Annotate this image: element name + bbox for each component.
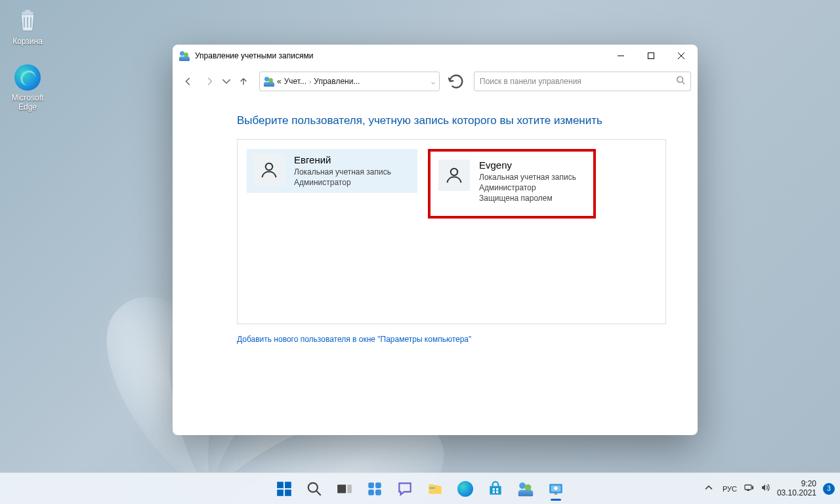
- refresh-button[interactable]: [446, 72, 466, 91]
- svg-point-5: [677, 77, 683, 83]
- taskbar-taskview[interactable]: [331, 476, 358, 502]
- close-button[interactable]: [666, 45, 696, 67]
- search-icon: [676, 75, 685, 87]
- start-button[interactable]: [271, 476, 297, 502]
- svg-rect-20: [375, 490, 381, 495]
- address-bar[interactable]: « Учет... › Управлени... ⌵: [259, 72, 440, 91]
- recent-dropdown[interactable]: [221, 72, 232, 91]
- recycle-bin-icon: [13, 5, 42, 34]
- minimize-button[interactable]: [606, 45, 636, 67]
- svg-point-13: [308, 482, 318, 492]
- taskbar-widgets[interactable]: [362, 476, 388, 502]
- avatar-icon: [438, 159, 470, 191]
- add-user-link[interactable]: Добавить нового пользователя в окне "Пар…: [237, 335, 471, 344]
- svg-rect-19: [368, 490, 374, 495]
- search-icon: [306, 480, 323, 497]
- content-area: Выберите пользователя, учетную запись ко…: [173, 96, 698, 435]
- user-meta: Администратор: [294, 177, 391, 188]
- network-icon: [744, 482, 754, 495]
- widgets-icon: [366, 480, 383, 497]
- svg-rect-0: [25, 10, 30, 12]
- breadcrumb-part[interactable]: Управлени...: [314, 77, 360, 86]
- svg-rect-9: [277, 482, 284, 488]
- desktop-icon-edge[interactable]: Microsoft Edge: [3, 64, 52, 112]
- svg-line-14: [316, 491, 321, 495]
- taskbar-control-panel[interactable]: [543, 476, 569, 502]
- svg-rect-2: [648, 53, 654, 59]
- svg-rect-11: [277, 490, 284, 496]
- forward-button[interactable]: [200, 72, 219, 91]
- user-meta: Защищена паролем: [479, 193, 576, 203]
- svg-rect-15: [337, 484, 346, 493]
- svg-rect-18: [375, 482, 381, 488]
- user-card[interactable]: Evgeny Локальная учетная запись Админист…: [428, 149, 596, 219]
- svg-rect-16: [347, 484, 352, 493]
- folder-icon: [427, 480, 444, 497]
- svg-rect-25: [496, 491, 498, 493]
- taskbar: РУС 9:20 03.10.2021 3: [0, 472, 840, 504]
- svg-point-7: [266, 163, 273, 171]
- taskbar-search[interactable]: [301, 476, 327, 502]
- svg-rect-29: [555, 493, 557, 494]
- taskbar-edge[interactable]: [452, 476, 478, 502]
- svg-rect-30: [745, 485, 751, 490]
- edge-icon: [14, 64, 41, 91]
- maximize-button[interactable]: [636, 45, 666, 67]
- navbar: « Учет... › Управлени... ⌵: [173, 67, 698, 96]
- chat-icon: [396, 480, 413, 497]
- language-indicator[interactable]: РУС: [723, 485, 737, 493]
- windows-icon: [276, 480, 293, 497]
- up-button[interactable]: [234, 72, 253, 91]
- taskbar-explorer[interactable]: [422, 476, 448, 502]
- desktop-icon-recycle-bin[interactable]: Корзина: [3, 5, 52, 46]
- taskview-icon: [336, 480, 353, 497]
- tray-status-icons[interactable]: [744, 482, 770, 495]
- svg-rect-23: [496, 488, 498, 490]
- titlebar[interactable]: Управление учетными записями: [173, 45, 698, 67]
- breadcrumb-prefix: «: [277, 77, 282, 86]
- svg-point-8: [451, 169, 458, 176]
- user-meta: Локальная учетная запись: [479, 172, 576, 182]
- clock-date: 03.10.2021: [777, 489, 816, 498]
- page-heading: Выберите пользователя, учетную запись ко…: [237, 114, 666, 127]
- store-icon: [487, 480, 504, 497]
- desktop-icon-label: Microsoft Edge: [3, 93, 52, 112]
- search-box[interactable]: [474, 72, 691, 91]
- svg-rect-22: [493, 488, 495, 490]
- user-meta: Локальная учетная запись: [294, 167, 391, 177]
- edge-icon: [457, 480, 474, 497]
- user-name: Evgeny: [479, 159, 576, 171]
- taskbar-store[interactable]: [482, 476, 509, 502]
- chevron-right-icon: ›: [309, 78, 311, 85]
- svg-rect-12: [285, 490, 291, 496]
- clock-time: 9:20: [777, 480, 816, 489]
- svg-line-6: [682, 82, 685, 85]
- taskbar-chat[interactable]: [392, 476, 418, 502]
- user-card[interactable]: Евгений Локальная учетная запись Админис…: [247, 149, 417, 193]
- back-button[interactable]: [179, 72, 198, 91]
- svg-point-28: [554, 486, 557, 490]
- window-title: Управление учетными записями: [195, 51, 606, 60]
- svg-rect-24: [493, 491, 495, 493]
- control-panel-window: Управление учетными записями « Учет... ›…: [173, 45, 698, 435]
- address-icon: [264, 76, 274, 87]
- svg-rect-10: [285, 482, 291, 488]
- clock[interactable]: 9:20 03.10.2021: [777, 480, 816, 498]
- svg-rect-17: [368, 482, 374, 488]
- user-meta: Администратор: [479, 182, 576, 193]
- desktop-icon-label: Корзина: [3, 37, 52, 46]
- chevron-down-icon[interactable]: ⌵: [431, 78, 435, 85]
- taskbar-user-accounts[interactable]: [513, 476, 539, 502]
- app-icon: [179, 51, 190, 61]
- volume-icon: [760, 482, 770, 495]
- search-input[interactable]: [480, 77, 676, 86]
- svg-rect-21: [429, 487, 435, 488]
- breadcrumb-part[interactable]: Учет...: [284, 77, 306, 86]
- tray-overflow[interactable]: [702, 484, 716, 494]
- user-grid: Евгений Локальная учетная запись Админис…: [237, 139, 666, 324]
- control-panel-icon: [547, 480, 564, 497]
- avatar-icon: [253, 154, 285, 186]
- notification-badge[interactable]: 3: [823, 483, 835, 495]
- system-tray: РУС 9:20 03.10.2021 3: [702, 480, 835, 498]
- user-name: Евгений: [294, 154, 391, 165]
